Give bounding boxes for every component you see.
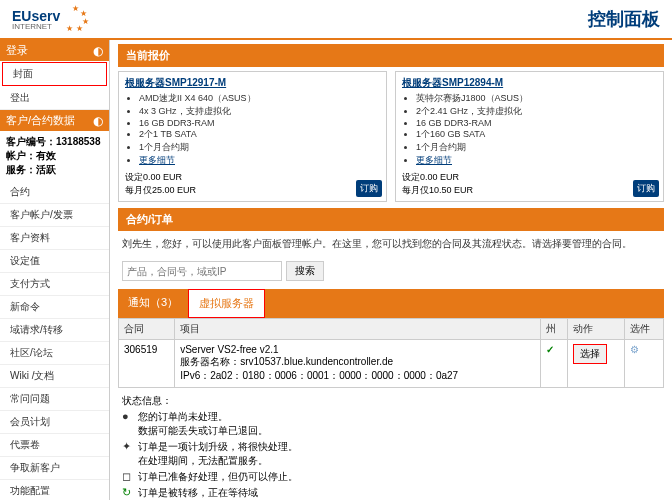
sidebar: 登录 ◐ 封面 登出 客户/合约数据 ◐ 客户编号：13188538 帐户：有效… bbox=[0, 40, 110, 500]
cell-action: 选择 bbox=[567, 340, 624, 388]
status-icon: ◻ bbox=[122, 470, 134, 483]
sidebar-item[interactable]: 会员计划 bbox=[0, 411, 109, 434]
table-row: 306519 vServer VS2-free v2.1 服务器名称：srv10… bbox=[119, 340, 664, 388]
offer-specs: AMD速龙II X4 640（ASUS）4x 3 GHz，支持虚拟化16 GB … bbox=[139, 92, 380, 167]
sidebar-item[interactable]: 域请求/转移 bbox=[0, 319, 109, 342]
sidebar-item[interactable]: 合约 bbox=[0, 181, 109, 204]
customer-info: 客户编号：13188538 帐户：有效 服务：活跃 bbox=[0, 131, 109, 181]
tab-notifications[interactable]: 通知（3） bbox=[118, 289, 188, 318]
status-info: 状态信息： ●您的订单尚未处理。数据可能丢失或订单已退回。✦订单是一项计划升级，… bbox=[118, 388, 664, 500]
cell-id: 306519 bbox=[119, 340, 175, 388]
order-button[interactable]: 订购 bbox=[633, 180, 659, 197]
cell-item: vServer VS2-free v2.1 服务器名称：srv10537.blu… bbox=[175, 340, 541, 388]
sidebar-item[interactable]: 设定值 bbox=[0, 250, 109, 273]
sidebar-item[interactable]: 功能配置 bbox=[0, 480, 109, 500]
offer-price: 设定0.00 EUR每月仅10.50 EUR bbox=[402, 171, 657, 197]
offer-title[interactable]: 根服务器SMP12894-M bbox=[402, 76, 657, 90]
sidebar-item[interactable]: 代票卷 bbox=[0, 434, 109, 457]
sidebar-login-header: 登录 ◐ bbox=[0, 40, 109, 61]
sidebar-item-cover[interactable]: 封面 bbox=[2, 62, 107, 86]
main-content: 当前报价 根服务器SMP12917-MAMD速龙II X4 640（ASUS）4… bbox=[110, 40, 672, 500]
contracts-table: 合同 项目 州 动作 选件 306519 vServer VS2-free v2… bbox=[118, 318, 664, 388]
sidebar-item[interactable]: 争取新客户 bbox=[0, 457, 109, 480]
offer-card: 根服务器SMP12894-M英特尔赛扬J1800（ASUS）2个2.41 GHz… bbox=[395, 71, 664, 202]
offer-price: 设定0.00 EUR每月仅25.00 EUR bbox=[125, 171, 380, 197]
status-icon: ✦ bbox=[122, 440, 134, 453]
gear-icon[interactable]: ⚙ bbox=[630, 344, 639, 355]
contracts-header: 合约/订单 bbox=[118, 208, 664, 231]
offer-card: 根服务器SMP12917-MAMD速龙II X4 640（ASUS）4x 3 G… bbox=[118, 71, 387, 202]
logo: EUserv INTERNET ★ ★ ★ ★ ★ bbox=[12, 4, 92, 34]
status-row: ◻订单已准备好处理，但仍可以停止。 bbox=[122, 470, 660, 484]
search-input[interactable] bbox=[122, 261, 282, 281]
cell-option: ⚙ bbox=[624, 340, 663, 388]
search-bar: 搜索 bbox=[118, 257, 664, 285]
more-link[interactable]: 更多细节 bbox=[139, 155, 175, 165]
status-text: 您的订单尚未处理。数据可能丢失或订单已退回。 bbox=[138, 410, 268, 438]
status-row: ↻订单是被转移，正在等待域所有者的提供商被更改。收到订单后，订单将被处理。 bbox=[122, 486, 660, 500]
status-row: ✦订单是一项计划升级，将很快处理。在处理期间，无法配置服务。 bbox=[122, 440, 660, 468]
cell-state: ✓ bbox=[541, 340, 568, 388]
sidebar-item[interactable]: 常问问题 bbox=[0, 388, 109, 411]
stars-icon: ★ ★ ★ ★ ★ bbox=[62, 4, 92, 34]
status-label: 状态信息： bbox=[122, 394, 660, 408]
offer-title[interactable]: 根服务器SMP12917-M bbox=[125, 76, 380, 90]
sidebar-item[interactable]: Wiki /文档 bbox=[0, 365, 109, 388]
th-contract: 合同 bbox=[119, 319, 175, 340]
offers-header: 当前报价 bbox=[118, 44, 664, 67]
status-text: 订单是被转移，正在等待域所有者的提供商被更改。收到订单后，订单将被处理。 bbox=[138, 486, 378, 500]
status-text: 订单是一项计划升级，将很快处理。在处理期间，无法配置服务。 bbox=[138, 440, 298, 468]
sidebar-item[interactable]: 新命令 bbox=[0, 296, 109, 319]
status-row: ●您的订单尚未处理。数据可能丢失或订单已退回。 bbox=[122, 410, 660, 438]
more-link[interactable]: 更多细节 bbox=[416, 155, 452, 165]
sidebar-item[interactable]: 客户帐户/发票 bbox=[0, 204, 109, 227]
app-header: EUserv INTERNET ★ ★ ★ ★ ★ 控制面板 bbox=[0, 0, 672, 40]
th-item: 项目 bbox=[175, 319, 541, 340]
sidebar-item[interactable]: 客户资料 bbox=[0, 227, 109, 250]
tab-vserver[interactable]: 虚拟服务器 bbox=[188, 289, 265, 318]
th-action: 动作 bbox=[567, 319, 624, 340]
sidebar-item[interactable]: 社区/论坛 bbox=[0, 342, 109, 365]
select-button[interactable]: 选择 bbox=[573, 344, 607, 364]
th-state: 州 bbox=[541, 319, 568, 340]
sidebar-data-header: 客户/合约数据 ◐ bbox=[0, 110, 109, 131]
sidebar-item[interactable]: 支付方式 bbox=[0, 273, 109, 296]
search-button[interactable]: 搜索 bbox=[286, 261, 324, 281]
offer-specs: 英特尔赛扬J1800（ASUS）2个2.41 GHz，支持虚拟化16 GB DD… bbox=[416, 92, 657, 167]
collapse-icon[interactable]: ◐ bbox=[93, 114, 103, 128]
status-icon: ↻ bbox=[122, 486, 134, 499]
th-option: 选件 bbox=[624, 319, 663, 340]
check-icon: ✓ bbox=[546, 344, 554, 355]
tabs: 通知（3） 虚拟服务器 bbox=[118, 289, 664, 318]
status-icon: ● bbox=[122, 410, 134, 422]
status-text: 订单已准备好处理，但仍可以停止。 bbox=[138, 470, 298, 484]
welcome-text: 刘先生，您好，可以使用此客户面板管理帐户。在这里，您可以找到您的合同及其流程状态… bbox=[118, 231, 664, 257]
collapse-icon[interactable]: ◐ bbox=[93, 44, 103, 58]
order-button[interactable]: 订购 bbox=[356, 180, 382, 197]
panel-title: 控制面板 bbox=[588, 7, 660, 31]
sidebar-item-logout[interactable]: 登出 bbox=[0, 87, 109, 110]
